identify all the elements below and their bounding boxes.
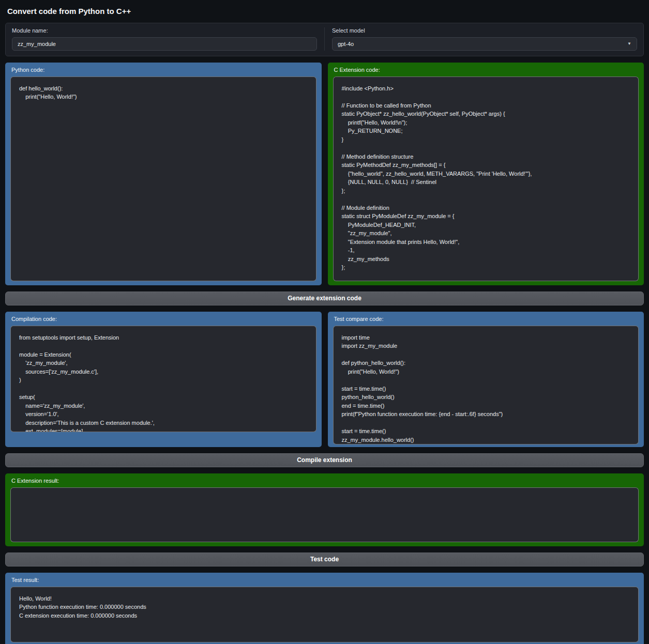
code-row-2: Compilation code: from setuptools import… [5, 312, 644, 447]
model-select-value: gpt-4o [338, 41, 354, 47]
chevron-down-icon: ▼ [627, 41, 631, 46]
compile-extension-button[interactable]: Compile extension [5, 453, 644, 467]
test-compare-code-label: Test compare code: [334, 316, 639, 322]
c-extension-result-label: C Extension result: [11, 478, 639, 484]
module-name-label: Module name: [12, 27, 317, 34]
model-select[interactable]: gpt-4o ▼ [332, 37, 637, 51]
model-select-label: Select model [332, 27, 637, 34]
c-extension-code-panel: C Extension code: #include <Python.h> //… [328, 63, 644, 285]
test-result-panel: Test result: Hello, World! Python functi… [5, 573, 644, 644]
compilation-code-label: Compilation code: [11, 316, 316, 322]
test-compare-code-editor[interactable]: import time import zz_my_module def pyth… [333, 326, 639, 444]
c-extension-code-label: C Extension code: [334, 67, 639, 73]
page-title: Convert code from Python to C++ [7, 6, 644, 17]
compilation-code-panel: Compilation code: from setuptools import… [5, 312, 322, 447]
settings-bar: Module name: Select model gpt-4o ▼ [5, 23, 644, 56]
c-extension-result-panel: C Extension result: [5, 473, 644, 546]
code-row-1: Python code: def hello_world(): print("H… [5, 63, 644, 285]
compilation-code-editor[interactable]: from setuptools import setup, Extension … [10, 326, 316, 432]
generate-extension-code-button[interactable]: Generate extension code [5, 292, 644, 305]
module-name-input[interactable] [12, 37, 317, 51]
module-name-field-group: Module name: [12, 27, 317, 51]
test-result-label: Test result: [11, 577, 639, 583]
model-select-group: Select model gpt-4o ▼ [324, 27, 637, 51]
python-code-panel: Python code: def hello_world(): print("H… [5, 63, 322, 285]
c-extension-result-output[interactable] [10, 487, 639, 542]
app-root: Convert code from Python to C++ Module n… [5, 5, 644, 644]
test-code-button[interactable]: Test code [5, 553, 644, 566]
test-compare-code-panel: Test compare code: import time import zz… [328, 312, 644, 447]
python-code-label: Python code: [11, 67, 316, 73]
test-result-output[interactable]: Hello, World! Python function execution … [10, 587, 639, 642]
c-extension-code-editor[interactable]: #include <Python.h> // Function to be ca… [333, 76, 639, 281]
python-code-editor[interactable]: def hello_world(): print("Hello, World!"… [10, 76, 316, 281]
